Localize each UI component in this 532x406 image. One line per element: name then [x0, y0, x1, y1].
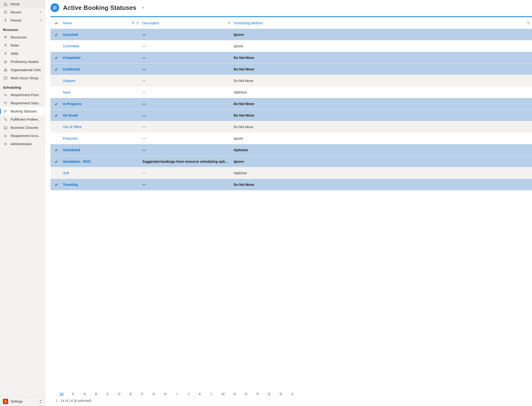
record-link[interactable]: On Break: [63, 113, 78, 117]
alpha-filter[interactable]: E: [125, 392, 137, 396]
sidebar-area-switcher[interactable]: S Settings: [0, 397, 45, 406]
alpha-filter[interactable]: K: [194, 392, 206, 396]
table-row[interactable]: Out of Office---Do Not Move: [51, 121, 532, 133]
sidebar-item-skills[interactable]: Skills: [0, 50, 45, 58]
row-select[interactable]: [51, 148, 62, 152]
row-select[interactable]: [51, 171, 62, 175]
sidebar-item-resources[interactable]: Resources: [0, 33, 45, 41]
table-row[interactable]: Hard---Optimize: [51, 87, 532, 98]
cell-description: ---: [141, 79, 233, 83]
sidebar-item-requirement-statuses[interactable]: Requirement Statuses: [0, 99, 45, 107]
record-link[interactable]: Out of Office: [63, 125, 82, 129]
alpha-filter[interactable]: A: [79, 392, 90, 396]
sidebar-item-fulfillment-preferences[interactable]: Fulfillment Preferences: [0, 115, 45, 123]
row-select[interactable]: [51, 33, 62, 36]
table-row[interactable]: Delayed---Do Not Move: [51, 75, 532, 87]
alpha-filter[interactable]: J: [183, 392, 194, 396]
alpha-filter[interactable]: L: [206, 392, 217, 396]
row-select[interactable]: [51, 67, 62, 71]
alpha-filter[interactable]: B: [90, 392, 102, 396]
alpha-filter[interactable]: M: [217, 392, 229, 396]
area-badge: S: [3, 399, 8, 404]
filter-icon[interactable]: [527, 22, 530, 25]
alpha-filter[interactable]: N: [229, 392, 240, 396]
row-select[interactable]: [51, 125, 62, 129]
sidebar-item-business-closures[interactable]: Business Closures: [0, 123, 45, 132]
alpha-filter[interactable]: R: [275, 392, 287, 396]
gear-icon: [3, 142, 8, 146]
sidebar-item-work-hours-templates[interactable]: Work Hours Templates: [0, 74, 45, 82]
record-link[interactable]: Scheduled: [63, 148, 80, 152]
record-link[interactable]: Confirmed: [63, 67, 80, 71]
table-row[interactable]: Completed---Do Not Move: [51, 52, 532, 64]
record-link[interactable]: Delayed: [63, 79, 75, 83]
svg-rect-16: [53, 6, 56, 9]
column-header-name[interactable]: Name: [62, 21, 141, 25]
record-link[interactable]: In Progress: [63, 102, 81, 106]
row-select[interactable]: [51, 44, 62, 48]
row-select[interactable]: [51, 56, 62, 60]
row-select[interactable]: [51, 90, 62, 94]
alpha-filter[interactable]: I: [171, 392, 183, 396]
alpha-filter[interactable]: D: [113, 392, 125, 396]
record-link[interactable]: Canceled: [63, 33, 78, 36]
table-row[interactable]: Canceled---Ignore: [51, 29, 532, 40]
table-row[interactable]: Proposed---Ignore: [51, 133, 532, 144]
cell-name: Hard: [62, 90, 141, 94]
sidebar-item-proficiency-models[interactable]: Proficiency Models: [0, 58, 45, 66]
column-header-scheduling-method[interactable]: Scheduling Method: [233, 21, 532, 25]
record-link[interactable]: Committed: [63, 44, 79, 48]
record-link[interactable]: Soft: [63, 171, 69, 175]
sidebar-item-requirement-priorities[interactable]: Requirement Priorities: [0, 91, 45, 99]
sidebar-item-recent[interactable]: Recent: [0, 8, 45, 16]
table-row[interactable]: On Break---Do Not Move: [51, 110, 532, 121]
svg-point-9: [4, 102, 5, 103]
table-row[interactable]: Traveling---Do Not Move: [51, 179, 532, 190]
check-icon: [54, 33, 58, 36]
table-row[interactable]: Soft---Optimize: [51, 167, 532, 179]
sidebar-item-home[interactable]: Home: [0, 0, 45, 8]
sidebar-item-requirement-group[interactable]: Requirement Group ...: [0, 132, 45, 140]
sidebar-item-booking-statuses[interactable]: Booking Statuses: [0, 107, 45, 115]
row-select[interactable]: [51, 102, 62, 106]
table-row[interactable]: Confirmed---Do Not Move: [51, 64, 532, 75]
sidebar-item-roles[interactable]: Roles: [0, 41, 45, 50]
cell-description: ---: [141, 33, 233, 36]
row-select[interactable]: [51, 183, 62, 187]
alpha-filter[interactable]: F: [137, 392, 148, 396]
select-all-column[interactable]: [51, 21, 62, 25]
sidebar-item-org-units[interactable]: Organizational Units: [0, 66, 45, 74]
alpha-filter[interactable]: C: [102, 392, 113, 396]
record-link[interactable]: Completed: [63, 56, 80, 60]
table-row[interactable]: Committed---Ignore: [51, 40, 532, 52]
calendar-icon: [3, 76, 8, 80]
priority-icon: [3, 93, 8, 97]
record-link[interactable]: Simulation - RSO: [63, 160, 90, 163]
filter-icon[interactable]: [136, 22, 139, 25]
alpha-filter[interactable]: Q: [263, 392, 275, 396]
record-link[interactable]: Traveling: [63, 183, 78, 187]
alpha-filter[interactable]: H: [160, 392, 171, 396]
column-header-description[interactable]: Description: [141, 21, 233, 25]
alpha-filter[interactable]: #: [67, 392, 79, 396]
alpha-filter[interactable]: P: [252, 392, 263, 396]
row-select[interactable]: [51, 79, 62, 83]
alpha-filter[interactable]: O: [240, 392, 252, 396]
table-row[interactable]: In Progress---Do Not Move: [51, 98, 532, 110]
view-selector-dropdown[interactable]: [140, 5, 146, 11]
row-select[interactable]: [51, 137, 62, 140]
table-row[interactable]: Simulation - RSOSuggested bookings from …: [51, 156, 532, 167]
row-select[interactable]: [51, 160, 62, 163]
sidebar-item-pinned[interactable]: Pinned: [0, 16, 45, 24]
sidebar-item-administration[interactable]: Administration: [0, 140, 45, 148]
row-select[interactable]: [51, 113, 62, 117]
record-link[interactable]: Proposed: [63, 137, 77, 140]
record-link[interactable]: Hard: [63, 90, 70, 94]
alpha-filter[interactable]: S: [287, 392, 298, 396]
alpha-filter[interactable]: G: [148, 392, 160, 396]
cell-name: Confirmed: [62, 67, 141, 71]
table-row[interactable]: Scheduled---Optimize: [51, 144, 532, 156]
filter-icon[interactable]: [227, 22, 231, 25]
alpha-filter[interactable]: All: [56, 392, 67, 396]
svg-point-12: [6, 120, 7, 121]
